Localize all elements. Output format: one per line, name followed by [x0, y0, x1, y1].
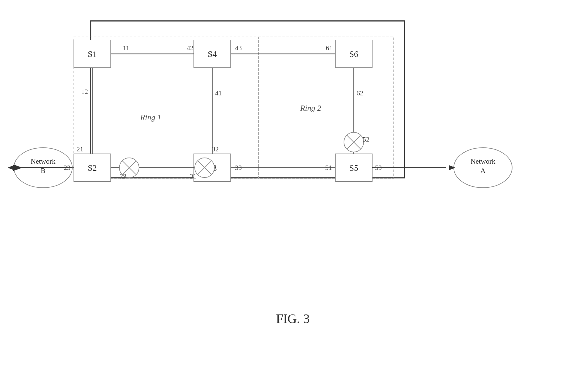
port-41: 41	[215, 89, 222, 97]
ring-2-label: Ring 2	[300, 104, 321, 113]
port-21: 21	[77, 145, 83, 153]
port-12: 12	[81, 88, 88, 95]
port-23: 23	[64, 164, 70, 171]
ring-1-label: Ring 1	[140, 113, 161, 122]
label-S2: S2	[88, 163, 97, 173]
port-61: 61	[326, 44, 333, 52]
port-52: 52	[363, 135, 369, 143]
figure-label: FIG. 3	[276, 312, 310, 326]
diagram-container: S1 S4 S6 S2 S3 S5	[0, 0, 586, 392]
arrowhead-left-networkb	[8, 165, 14, 170]
port-43: 43	[235, 44, 242, 52]
port-42: 42	[187, 44, 193, 52]
port-62: 62	[357, 89, 363, 97]
network-b-label1: Network	[31, 158, 56, 165]
network-a-label2: A	[480, 167, 486, 174]
port-31: 31	[190, 172, 197, 180]
port-32: 32	[212, 145, 219, 153]
label-S1: S1	[88, 49, 97, 59]
port-33: 33	[235, 164, 242, 171]
port-11: 11	[123, 44, 129, 52]
label-S4: S4	[208, 49, 217, 59]
port-22: 22	[120, 172, 126, 180]
svg-rect-4	[258, 37, 394, 178]
port-51: 51	[325, 164, 332, 171]
label-S6: S6	[349, 49, 358, 59]
label-S5: S5	[349, 163, 358, 173]
network-a-label1: Network	[471, 158, 496, 165]
port-53: 53	[375, 164, 382, 171]
